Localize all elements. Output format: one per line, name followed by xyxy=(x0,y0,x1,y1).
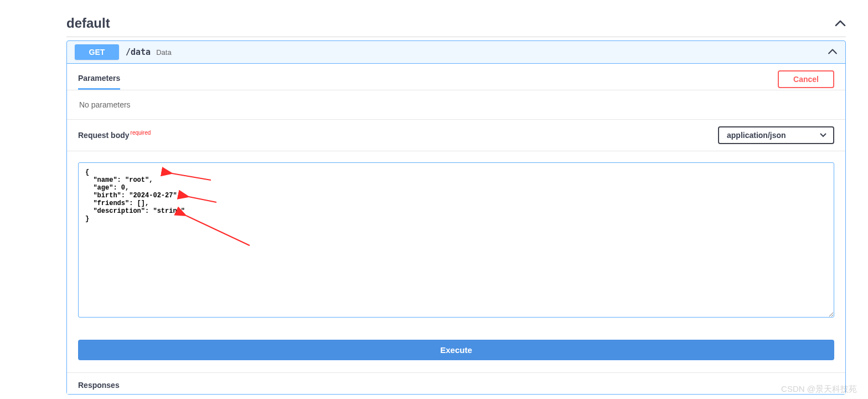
chevron-up-icon[interactable] xyxy=(828,47,838,57)
request-body-editor[interactable] xyxy=(78,162,834,318)
chevron-up-icon[interactable] xyxy=(835,19,846,27)
cancel-button[interactable]: Cancel xyxy=(778,70,834,88)
parameters-header: Parameters Cancel xyxy=(67,64,845,90)
request-body-label: Request body xyxy=(78,131,130,140)
operation-summary[interactable]: GET /data Data xyxy=(67,41,845,64)
required-badge: required xyxy=(131,130,151,136)
request-body-header: Request bodyrequired application/json xyxy=(67,120,845,151)
execute-row: Execute xyxy=(67,331,845,372)
content-type-select[interactable]: application/json xyxy=(718,126,834,144)
section-header[interactable]: default xyxy=(66,0,846,37)
operation-description: Data xyxy=(156,48,171,57)
operation-block: GET /data Data Parameters Cancel No para… xyxy=(66,40,846,395)
http-method-badge: GET xyxy=(75,44,119,60)
parameters-tab[interactable]: Parameters xyxy=(78,68,120,90)
execute-button[interactable]: Execute xyxy=(78,340,834,360)
request-body-editor-wrap xyxy=(67,151,845,331)
section-title: default xyxy=(66,16,110,31)
no-parameters-text: No parameters xyxy=(67,90,845,120)
responses-header: Responses xyxy=(67,372,845,394)
operation-path: /data xyxy=(126,47,151,57)
